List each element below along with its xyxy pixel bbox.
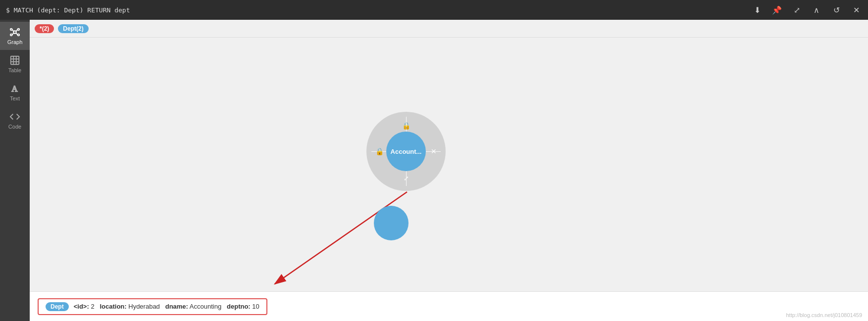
code-icon [9,111,20,122]
deptno-label: deptno: [227,303,251,310]
ring-icon-expand-bottom[interactable]: ⤢ [404,175,409,182]
table-icon [9,55,20,66]
ring-icon-lock-left[interactable]: 🔒 [375,147,384,155]
svg-point-1 [10,29,12,31]
svg-text:A: A [12,84,18,93]
deptno-value: 10 [252,303,259,310]
pin-icon[interactable]: 📌 [771,4,783,16]
close-icon[interactable]: ✕ [850,4,862,16]
graph-icon [9,27,20,38]
refresh-icon[interactable]: ↺ [830,4,842,16]
content-area: *(2) Dept(2) [30,20,868,321]
sidebar-item-table[interactable]: Table [0,50,30,78]
text-icon: A [9,83,20,94]
top-bar-actions: ⬇ 📌 ⤢ ∧ ↺ ✕ [751,4,862,16]
location-value: Hyderabad [128,303,160,310]
tag-bar: *(2) Dept(2) [30,20,868,38]
all-tag[interactable]: *(2) [35,24,54,33]
svg-point-4 [18,34,20,36]
collapse-icon[interactable]: ∧ [811,4,822,16]
dept-tag[interactable]: Dept(2) [58,24,88,33]
info-dept-tag[interactable]: Dept [46,302,69,311]
main-area: Graph Table A Text Code [0,20,868,321]
info-panel: Dept <id>: 2 location: Hyderabad dname: … [30,291,868,321]
watermark: http://blog.csdn.net/j010801459 [786,312,862,318]
sidebar-item-graph[interactable]: Graph [0,22,30,50]
svg-line-7 [12,33,14,35]
id-label: <id>: [74,303,89,310]
info-box: Dept <id>: 2 location: Hyderabad dname: … [38,298,267,315]
node-ring-container: 🔒 ✕ ⤢ 🔒 Account... [366,112,446,191]
node-ring: 🔒 ✕ ⤢ 🔒 Account... [366,112,446,191]
sidebar: Graph Table A Text Code [0,20,30,321]
dname-label: dname: [165,303,188,310]
dname-value: Accounting [190,303,221,310]
plain-node[interactable] [374,206,408,240]
code-label: Code [8,124,21,130]
expand-icon[interactable]: ⤢ [791,4,803,16]
svg-point-2 [18,29,20,31]
query-text: $ MATCH (dept: Dept) RETURN dept [6,6,130,14]
svg-rect-9 [11,56,19,65]
ring-icon-close-right[interactable]: ✕ [431,147,437,155]
info-details: <id>: 2 location: Hyderabad dname: Accou… [74,303,259,310]
top-bar: $ MATCH (dept: Dept) RETURN dept ⬇ 📌 ⤢ ∧… [0,0,868,20]
center-node[interactable]: Account... [386,132,426,171]
download-icon[interactable]: ⬇ [751,4,763,16]
sidebar-item-text[interactable]: A Text [0,78,30,106]
ring-icon-lock-top[interactable]: 🔒 [402,122,410,130]
center-node-label: Account... [391,148,422,155]
id-value: 2 [91,303,94,310]
arrow-svg [30,38,868,291]
text-label: Text [10,95,20,101]
svg-point-3 [10,34,12,36]
sidebar-item-code[interactable]: Code [0,106,30,135]
svg-line-6 [16,30,18,32]
graph-canvas: 🔒 ✕ ⤢ 🔒 Account... [30,38,868,291]
svg-line-8 [16,33,18,35]
graph-label: Graph [7,39,23,45]
svg-line-5 [12,30,14,32]
table-label: Table [8,67,21,73]
location-label: location: [100,303,126,310]
